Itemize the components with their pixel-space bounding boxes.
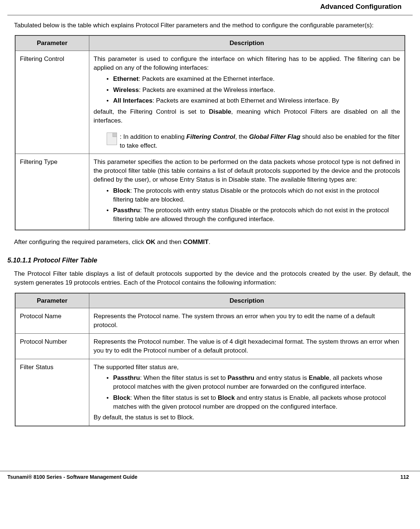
- table-protocol-filter-params: Parameter Description Filtering Control …: [15, 35, 405, 230]
- list-item: Passthru: When the filter status is set …: [107, 374, 400, 391]
- col-description: Description: [89, 35, 405, 51]
- table-header-row: Parameter Description: [15, 293, 405, 308]
- divider: [7, 15, 413, 16]
- desc-intro: This parameter specifies the action to b…: [94, 158, 400, 184]
- footer: Tsunami® 8100 Series - Software Manageme…: [0, 471, 420, 488]
- col-parameter: Parameter: [15, 293, 89, 308]
- desc-after: default, the Filtering Control is set to…: [94, 107, 400, 125]
- cell-desc: Represents the Protocol name. The system…: [89, 308, 405, 334]
- footer-right: 112: [400, 474, 409, 481]
- cell-param: Filtering Control: [15, 51, 89, 154]
- intro-text: Tabulated below is the table which expla…: [14, 21, 413, 30]
- cell-desc: Represents the Protocol number. The valu…: [89, 333, 405, 359]
- desc-after: By default, the status is set to Block.: [94, 413, 400, 422]
- table-row: Filtering Control This parameter is used…: [15, 51, 405, 154]
- cell-desc: This parameter is used to configure the …: [89, 51, 405, 154]
- list-item: Wireless: Packets are examined at the Wi…: [107, 86, 400, 95]
- bullet-list: Block: The protocols with entry status D…: [94, 186, 400, 224]
- note-icon: [107, 133, 117, 145]
- list-item: All Interfaces: Packets are examined at …: [107, 96, 400, 105]
- bullet-list: Ethernet: Packets are examined at the Et…: [94, 75, 400, 105]
- note-text: : In addition to enabling Filtering Cont…: [120, 133, 400, 150]
- cell-desc: This parameter specifies the action to b…: [89, 154, 405, 230]
- table-row: Filtering Type This parameter specifies …: [15, 154, 405, 230]
- footer-left: Tsunami® 8100 Series - Software Manageme…: [7, 474, 137, 481]
- table-row: Protocol Number Represents the Protocol …: [15, 333, 405, 359]
- cell-param: Protocol Name: [15, 308, 89, 334]
- bullet-list: Passthru: When the filter status is set …: [94, 374, 400, 411]
- cell-desc: The supported filter status are, Passthr…: [89, 359, 405, 426]
- table-row: Protocol Name Represents the Protocol na…: [15, 308, 405, 334]
- section-heading: 5.10.1.1 Protocol Filter Table: [7, 256, 413, 265]
- col-parameter: Parameter: [15, 35, 89, 51]
- cell-param: Filter Status: [15, 359, 89, 426]
- cell-param: Filtering Type: [15, 154, 89, 230]
- page-header: Advanced Configuration: [7, 0, 413, 15]
- desc-intro: This parameter is used to configure the …: [94, 55, 400, 72]
- list-item: Ethernet: Packets are examined at the Et…: [107, 75, 400, 83]
- desc-intro: The supported filter status are,: [94, 363, 400, 372]
- col-description: Description: [89, 293, 405, 308]
- table-protocol-filter-table: Parameter Description Protocol Name Repr…: [15, 293, 405, 427]
- table-header-row: Parameter Description: [15, 35, 405, 51]
- table-row: Filter Status The supported filter statu…: [15, 359, 405, 426]
- list-item: Block: When the filter status is set to …: [107, 394, 400, 411]
- cell-param: Protocol Number: [15, 333, 89, 359]
- section-intro: The Protocol Filter table displays a lis…: [14, 269, 413, 287]
- list-item: Passthru: The protocols with entry statu…: [107, 206, 400, 224]
- list-item: Block: The protocols with entry status D…: [107, 186, 400, 204]
- note: : In addition to enabling Filtering Cont…: [94, 133, 400, 150]
- after-table-text: After configuring the required parameter…: [14, 238, 413, 247]
